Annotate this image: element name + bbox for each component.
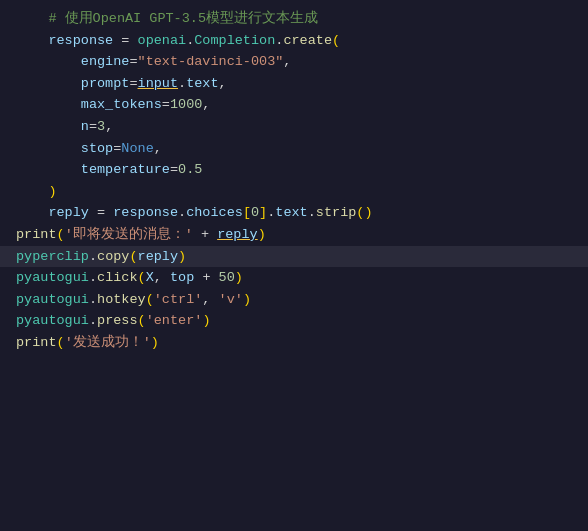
code-token: . [308,202,316,224]
code-token: 0 [251,202,259,224]
code-token: max_tokens [81,94,162,116]
code-token: . [275,30,283,52]
code-editor: # 使用OpenAI GPT-3.5模型进行文本生成 response = op… [0,0,588,531]
code-token: ) [243,289,251,311]
code-line: pyautogui.hotkey('ctrl', 'v') [0,289,588,311]
code-token: Completion [194,30,275,52]
code-token: top [170,267,194,289]
code-token: = [129,73,137,95]
code-token: 0.5 [178,159,202,181]
code-token: '发送成功！' [65,332,151,354]
code-token: ( [57,224,65,246]
code-token: 'ctrl' [154,289,203,311]
code-line: max_tokens=1000, [0,94,588,116]
code-token: reply [217,224,258,246]
code-token: 3 [97,116,105,138]
code-token: '即将发送的消息：' [65,224,193,246]
code-token: press [97,310,138,332]
code-token: strip [316,202,357,224]
code-token: . [89,267,97,289]
code-token: . [186,30,194,52]
code-token: choices [186,202,243,224]
code-line: print('发送成功！') [0,332,588,354]
code-token: engine [81,51,130,73]
code-token: ( [138,310,146,332]
code-line: n=3, [0,116,588,138]
code-token: ) [258,224,266,246]
code-token: . [89,310,97,332]
code-line: ) [0,181,588,203]
code-line: temperature=0.5 [0,159,588,181]
code-line: pyautogui.click(X, top + 50) [0,267,588,289]
code-line: response = openai.Completion.create( [0,30,588,52]
code-token: = [113,138,121,160]
code-line: prompt=input.text, [0,73,588,95]
code-token: ) [202,310,210,332]
code-token: print [16,224,57,246]
code-token: = [89,202,113,224]
code-token: None [121,138,153,160]
code-line: # 使用OpenAI GPT-3.5模型进行文本生成 [0,8,588,30]
code-token: [ [243,202,251,224]
code-token: 50 [219,267,235,289]
code-token: prompt [81,73,130,95]
code-token: ) [48,181,56,203]
code-token: ( [332,30,340,52]
code-token: pyperclip [16,246,89,268]
code-token: , [154,267,170,289]
code-token: = [89,116,97,138]
code-token: ) [151,332,159,354]
code-token: n [81,116,89,138]
code-token: text [275,202,307,224]
code-token: text [186,73,218,95]
code-token: pyautogui [16,267,89,289]
code-token: ) [178,246,186,268]
code-line: print('即将发送的消息：' + reply) [0,224,588,246]
code-token: , [154,138,162,160]
code-token: . [178,73,186,95]
code-token: () [356,202,372,224]
code-token: stop [81,138,113,160]
code-token: = [113,30,137,52]
code-token: # 使用OpenAI GPT-3.5模型进行文本生成 [48,8,318,30]
code-token: reply [48,202,89,224]
code-token: = [129,51,137,73]
code-token: openai [138,30,187,52]
code-token: click [97,267,138,289]
code-line: reply = response.choices[0].text.strip() [0,202,588,224]
code-token: . [267,202,275,224]
code-token: copy [97,246,129,268]
code-token: X [146,267,154,289]
code-token: 'v' [219,289,243,311]
code-token: pyautogui [16,289,89,311]
code-token: . [89,289,97,311]
code-line: pyautogui.press('enter') [0,310,588,332]
code-token: + [193,224,217,246]
code-token: 1000 [170,94,202,116]
code-token: ( [138,267,146,289]
code-token: , [219,73,227,95]
code-token: input [138,73,179,95]
code-token: print [16,332,57,354]
code-token: hotkey [97,289,146,311]
code-line: pyperclip.copy(reply) [0,246,588,268]
code-token: 'enter' [146,310,203,332]
code-token: response [113,202,178,224]
code-token: temperature [81,159,170,181]
code-token: create [283,30,332,52]
code-token: "text-davinci-003" [138,51,284,73]
code-token: pyautogui [16,310,89,332]
code-token: , [283,51,291,73]
code-token: ( [57,332,65,354]
code-token: ] [259,202,267,224]
code-token: = [162,94,170,116]
code-token: . [178,202,186,224]
code-token: response [48,30,113,52]
code-token: ) [235,267,243,289]
code-token: . [89,246,97,268]
code-line: engine="text-davinci-003", [0,51,588,73]
code-token: + [194,267,218,289]
code-token: reply [138,246,179,268]
code-token: , [202,94,210,116]
code-token: ( [146,289,154,311]
